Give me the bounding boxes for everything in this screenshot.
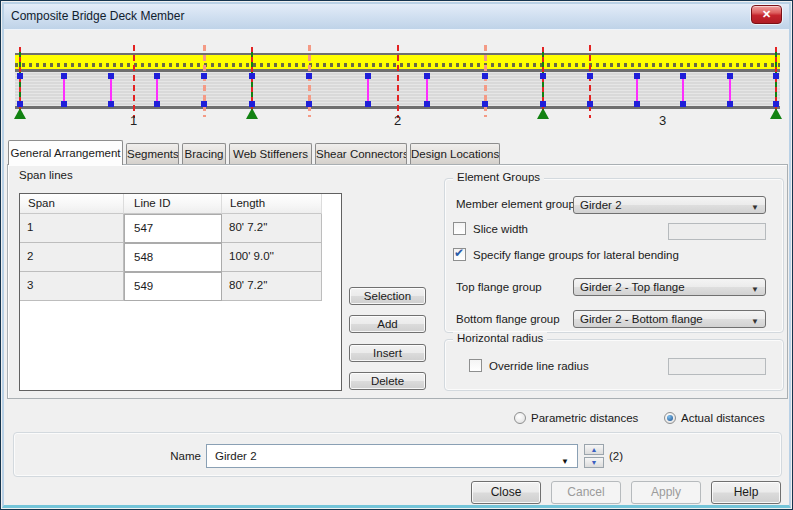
bracing-line [63, 78, 65, 103]
node-marker [424, 73, 430, 79]
tab-bracing[interactable]: Bracing [182, 143, 226, 165]
cell-span-2: 2 [20, 243, 124, 272]
selection-button[interactable]: Selection [349, 287, 426, 305]
node-marker [587, 73, 593, 79]
parametric-distances-label: Parametric distances [531, 412, 638, 424]
tab-general-arrangement[interactable]: General Arrangement [8, 140, 123, 165]
name-combobox[interactable]: Girder 2 ▼ [206, 444, 578, 468]
span-lines-table[interactable]: Span Line ID Length 1 547 80' 7.2'' 2 54… [19, 193, 342, 391]
spinner-up-button[interactable]: ▲ [584, 444, 604, 455]
tab-shear-connectors[interactable]: Shear Connectors [315, 143, 407, 165]
cell-line-id-2[interactable]: 548 [124, 243, 222, 272]
node-marker [306, 101, 312, 107]
chevron-down-icon: ▼ [751, 314, 759, 330]
span-number-label: 3 [659, 113, 666, 128]
arrow-up-icon: ▲ [591, 446, 598, 453]
span-location-line [133, 45, 135, 118]
actual-distances-radio[interactable] [664, 412, 676, 424]
node-marker [154, 101, 160, 107]
node-marker [17, 101, 23, 107]
override-line-radius-label: Override line radius [489, 360, 589, 372]
bracing-line [636, 78, 638, 103]
span-number-label: 1 [130, 113, 137, 128]
node-marker [154, 73, 160, 79]
node-marker [634, 73, 640, 79]
node-marker [61, 101, 67, 107]
insert-button[interactable]: Insert [349, 344, 426, 362]
column-header-line-id: Line ID [124, 194, 222, 214]
override-line-radius-checkbox[interactable] [469, 359, 482, 372]
node-marker [680, 73, 686, 79]
tab-segments[interactable]: Segments [126, 143, 179, 165]
spinner-down-button[interactable]: ▼ [584, 457, 604, 468]
actual-distances-label: Actual distances [681, 412, 765, 424]
member-element-group-dropdown[interactable]: Girder 2 ▼ [573, 196, 766, 214]
checkmark-icon: ✔ [454, 246, 464, 260]
node-marker [108, 101, 114, 107]
node-marker [634, 101, 640, 107]
horizontal-radius-label: Horizontal radius [453, 332, 547, 344]
cancel-button: Cancel [551, 481, 621, 504]
node-marker [773, 101, 779, 107]
node-marker [306, 73, 312, 79]
support-triangle-icon [770, 108, 782, 119]
cell-line-id-1[interactable]: 547 [124, 214, 222, 243]
title-bar[interactable]: Composite Bridge Deck Member [2, 2, 791, 30]
help-button[interactable]: Help [711, 481, 781, 504]
node-marker [540, 101, 546, 107]
node-marker [540, 73, 546, 79]
cell-span-3: 3 [20, 272, 124, 301]
bottom-flange-group-label: Bottom flange group [456, 313, 560, 325]
node-marker [727, 73, 733, 79]
slice-width-field [668, 223, 766, 240]
close-button[interactable]: ✕ [751, 5, 782, 24]
cell-span-1: 1 [20, 214, 124, 243]
name-count: (2) [609, 450, 623, 462]
node-marker [424, 101, 430, 107]
window-title: Composite Bridge Deck Member [11, 9, 184, 23]
specify-flange-groups-checkbox[interactable]: ✔ [453, 248, 466, 261]
node-marker [17, 73, 23, 79]
chevron-down-icon: ▼ [751, 282, 759, 298]
span-lines-group-label: Span lines [19, 169, 73, 181]
bridge-elevation-diagram: 123 [1, 30, 793, 140]
column-header-length: Length [222, 194, 322, 214]
add-button[interactable]: Add [349, 315, 426, 333]
close-icon: ✕ [762, 8, 771, 20]
slice-width-label: Slice width [473, 223, 528, 235]
span-number-label: 2 [394, 113, 401, 128]
cell-length-1: 80' 7.2'' [222, 214, 322, 243]
bracing-line [682, 78, 684, 103]
node-marker [249, 101, 255, 107]
chevron-down-icon: ▼ [561, 451, 569, 473]
node-marker [727, 101, 733, 107]
node-marker [365, 101, 371, 107]
delete-button[interactable]: Delete [349, 372, 426, 390]
specify-flange-groups-label: Specify flange groups for lateral bendin… [473, 249, 679, 261]
close-dialog-button[interactable]: Close [471, 481, 541, 504]
bottom-flange-group-dropdown[interactable]: Girder 2 - Bottom flange ▼ [573, 310, 766, 328]
slice-width-checkbox[interactable] [453, 222, 466, 235]
node-marker [201, 101, 207, 107]
node-marker [108, 73, 114, 79]
cell-line-id-3[interactable]: 549 [124, 272, 222, 301]
node-marker [365, 73, 371, 79]
support-triangle-icon [537, 108, 549, 119]
apply-button: Apply [631, 481, 701, 504]
parametric-distances-radio[interactable] [514, 412, 526, 424]
node-marker [773, 73, 779, 79]
support-triangle-icon [14, 108, 26, 119]
node-marker [587, 101, 593, 107]
arrow-down-icon: ▼ [591, 459, 598, 466]
cell-length-3: 80' 7.2'' [222, 272, 322, 301]
node-marker [680, 101, 686, 107]
top-flange-group-dropdown[interactable]: Girder 2 - Top flange ▼ [573, 278, 766, 296]
bracing-line [156, 78, 158, 103]
bracing-line [426, 78, 428, 103]
chevron-down-icon: ▼ [751, 200, 759, 216]
tab-web-stiffeners[interactable]: Web Stiffeners [229, 143, 312, 165]
node-marker [482, 101, 488, 107]
composite-bridge-deck-member-dialog: Composite Bridge Deck Member ✕ 123 Gener… [0, 0, 793, 510]
override-line-radius-field [668, 358, 766, 375]
tab-design-locations[interactable]: Design Locations [410, 143, 500, 165]
